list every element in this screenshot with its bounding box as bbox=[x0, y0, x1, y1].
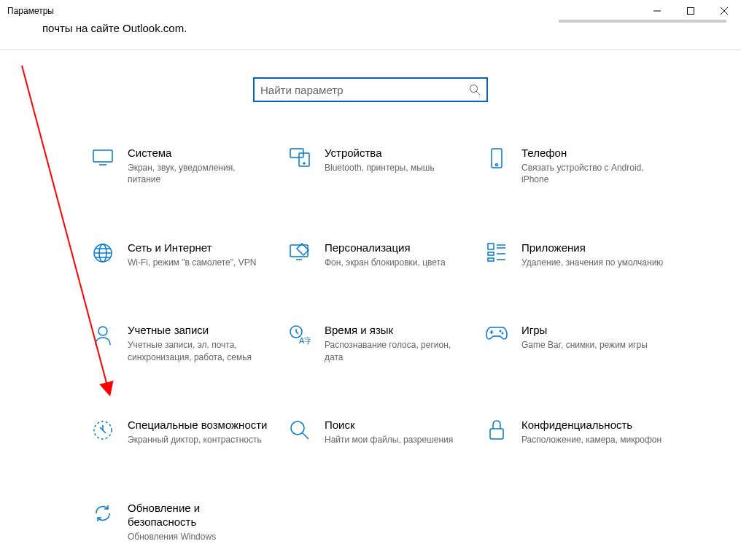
svg-rect-22 bbox=[488, 258, 494, 261]
svg-point-27 bbox=[98, 327, 107, 335]
horizontal-scrollbar[interactable] bbox=[559, 20, 726, 23]
personalization-icon bbox=[288, 242, 311, 265]
svg-point-12 bbox=[496, 164, 498, 166]
devices-icon bbox=[288, 147, 311, 171]
tile-search[interactable]: Поиск Найти мои файлы, разрешения bbox=[288, 418, 485, 446]
titlebar: Параметры bbox=[0, 0, 741, 22]
tile-title: Устройства bbox=[325, 146, 435, 160]
tile-desc: Найти мои файлы, разрешения bbox=[325, 434, 453, 446]
svg-point-38 bbox=[291, 421, 304, 435]
tile-accessibility[interactable]: Специальные возможности Экранный диктор,… bbox=[91, 418, 288, 446]
search-wrap bbox=[0, 77, 741, 102]
tile-phone[interactable]: Телефон Связать устройство с Android, iP… bbox=[485, 146, 682, 186]
tile-desc: Экран, звук, уведомления, питание bbox=[128, 162, 270, 187]
search-input[interactable] bbox=[260, 84, 469, 96]
minimize-button[interactable] bbox=[640, 0, 674, 22]
tile-title: Поиск bbox=[325, 418, 453, 432]
svg-rect-21 bbox=[488, 252, 494, 255]
network-icon bbox=[91, 242, 115, 265]
tile-desc: Фон, экран блокировки, цвета bbox=[325, 257, 446, 269]
tile-gaming[interactable]: Игры Game Bar, снимки, режим игры bbox=[485, 323, 682, 363]
search-box[interactable] bbox=[253, 77, 488, 102]
svg-point-33 bbox=[502, 332, 504, 335]
maximize-button[interactable] bbox=[674, 0, 707, 22]
tile-desc: Учетные записи, эл. почта, синхронизация… bbox=[128, 339, 270, 364]
apps-icon bbox=[485, 242, 508, 265]
window-controls bbox=[640, 0, 741, 22]
window-title: Параметры bbox=[7, 6, 54, 16]
svg-point-32 bbox=[500, 330, 502, 332]
tile-devices[interactable]: Устройства Bluetooth, принтеры, мышь bbox=[288, 146, 485, 186]
tile-desc: Wi-Fi, режим "в самолете", VPN bbox=[128, 257, 256, 269]
svg-rect-40 bbox=[490, 429, 503, 439]
settings-grid: Система Экран, звук, уведомления, питани… bbox=[0, 146, 741, 543]
tile-accounts[interactable]: Учетные записи Учетные записи, эл. почта… bbox=[91, 323, 288, 363]
tile-title: Обновление и безопасность bbox=[128, 501, 270, 529]
maximize-icon bbox=[687, 7, 694, 15]
svg-line-5 bbox=[476, 91, 480, 95]
tile-title: Игры bbox=[521, 323, 648, 338]
tile-title: Время и язык bbox=[325, 323, 467, 338]
tile-update[interactable]: Обновление и безопасность Обновления Win… bbox=[91, 501, 288, 543]
tile-privacy[interactable]: Конфиденциальность Расположение, камера,… bbox=[485, 418, 682, 446]
privacy-icon bbox=[485, 419, 508, 443]
tile-desc: Bluetooth, принтеры, мышь bbox=[325, 162, 435, 174]
tile-time-language[interactable]: A字 Время и язык Распознавание голоса, ре… bbox=[288, 323, 485, 363]
tile-title: Приложения bbox=[521, 241, 663, 255]
tile-desc: Обновления Windows bbox=[128, 531, 270, 543]
tile-apps[interactable]: Приложения Удаление, значения по умолчан… bbox=[485, 241, 682, 268]
accounts-icon bbox=[91, 324, 115, 348]
tile-title: Система bbox=[128, 146, 270, 160]
svg-rect-6 bbox=[93, 150, 112, 162]
tile-title: Сеть и Интернет bbox=[128, 241, 256, 255]
close-icon bbox=[721, 7, 728, 15]
divider bbox=[0, 49, 741, 50]
tile-system[interactable]: Система Экран, звук, уведомления, питани… bbox=[91, 146, 288, 186]
gaming-icon bbox=[485, 324, 508, 348]
tile-desc: Связать устройство с Android, iPhone bbox=[521, 162, 664, 187]
tile-desc: Распознавание голоса, регион, дата bbox=[325, 339, 467, 364]
tile-title: Конфиденциальность bbox=[521, 418, 662, 432]
search-icon bbox=[469, 84, 481, 96]
svg-rect-11 bbox=[492, 149, 502, 168]
system-icon bbox=[91, 147, 115, 171]
tile-title: Учетные записи bbox=[128, 323, 270, 338]
phone-icon bbox=[485, 147, 508, 171]
tile-desc: Расположение, камера, микрофон bbox=[521, 434, 662, 446]
tile-desc: Game Bar, снимки, режим игры bbox=[521, 339, 648, 351]
tile-personalization[interactable]: Персонализация Фон, экран блокировки, цв… bbox=[288, 241, 485, 268]
search-tile-icon bbox=[288, 419, 311, 443]
close-button[interactable] bbox=[707, 0, 741, 22]
svg-line-30 bbox=[296, 332, 298, 334]
tile-desc: Экранный диктор, контрастность bbox=[128, 434, 268, 446]
tile-desc: Удаление, значения по умолчанию bbox=[521, 257, 663, 269]
svg-rect-1 bbox=[688, 8, 694, 15]
svg-text:A字: A字 bbox=[299, 336, 311, 345]
svg-point-10 bbox=[303, 163, 305, 164]
subtitle-text: почты на сайте Outlook.com. bbox=[0, 22, 741, 34]
tile-title: Специальные возможности bbox=[128, 418, 268, 432]
update-icon bbox=[91, 502, 115, 526]
svg-rect-20 bbox=[488, 244, 494, 249]
tile-network[interactable]: Сеть и Интернет Wi-Fi, режим "в самолете… bbox=[91, 241, 288, 268]
tile-title: Телефон bbox=[521, 146, 664, 160]
time-language-icon: A字 bbox=[288, 324, 311, 348]
accessibility-icon bbox=[91, 419, 115, 443]
minimize-icon bbox=[653, 7, 661, 15]
svg-line-39 bbox=[303, 433, 309, 439]
tile-title: Персонализация bbox=[325, 241, 446, 255]
